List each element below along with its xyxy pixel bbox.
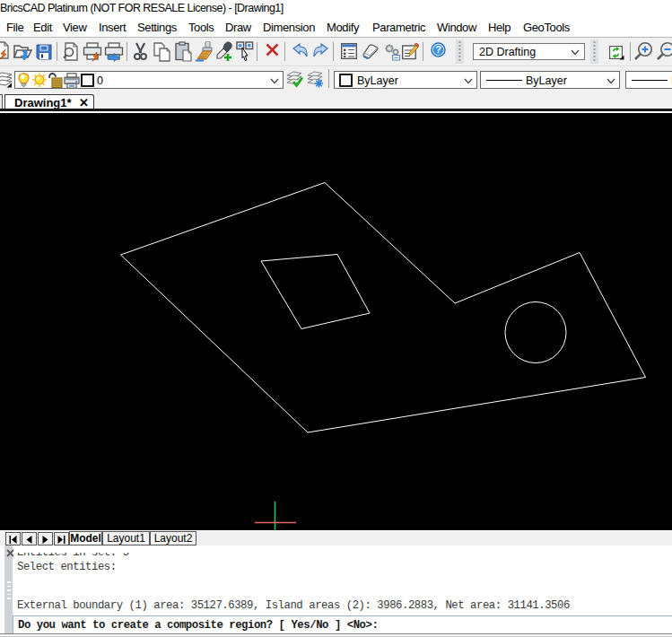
svg-text:?: ? bbox=[435, 44, 441, 55]
